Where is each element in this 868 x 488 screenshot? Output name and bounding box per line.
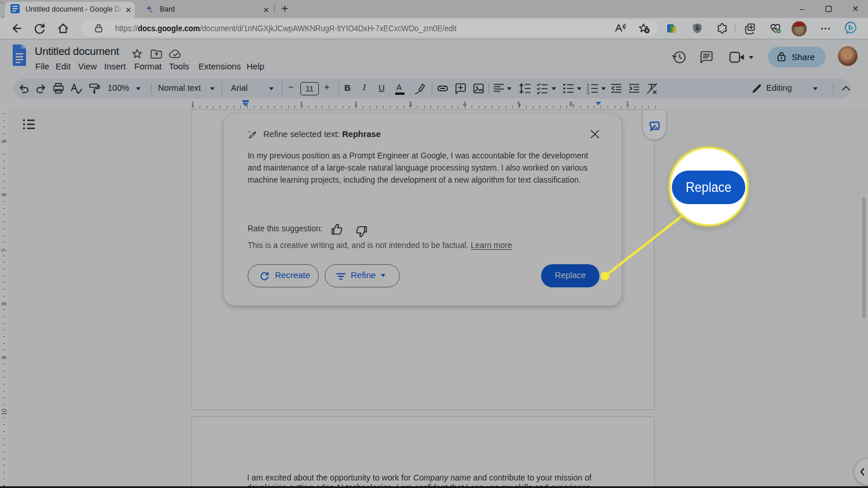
svg-text:b: b: [848, 23, 852, 32]
svg-text:3: 3: [587, 90, 589, 95]
